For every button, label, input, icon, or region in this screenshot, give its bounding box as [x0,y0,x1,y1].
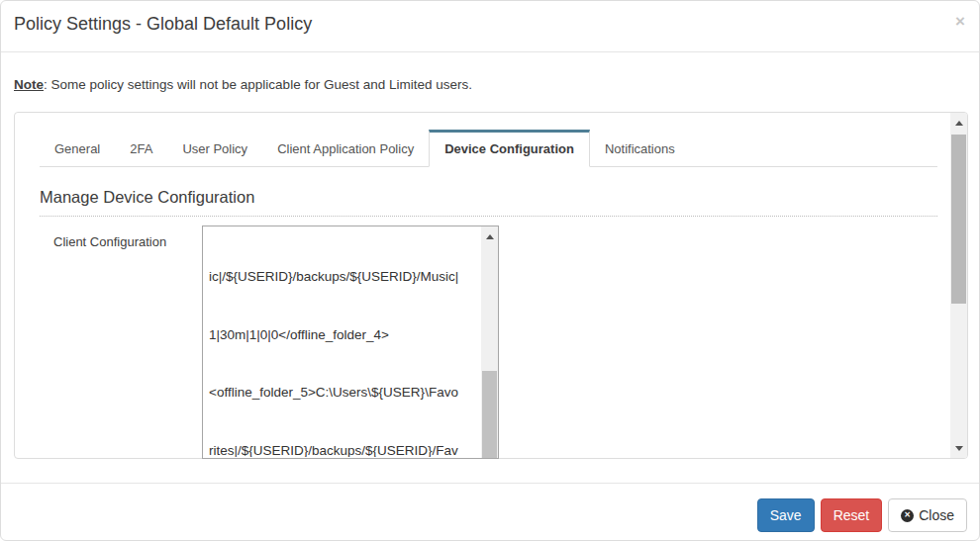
textarea-scrollbar-thumb[interactable] [482,371,497,458]
textarea-scrollbar[interactable] [481,226,498,458]
save-button[interactable]: Save [757,498,815,532]
client-configuration-text: ic|/${USERID}/backups/${USERID}/Music| 1… [209,228,479,457]
panel-scrollbar[interactable] [950,113,967,458]
close-icon[interactable]: × [955,13,965,30]
tab-notifications[interactable]: Notifications [590,132,690,166]
panel-scroll-down-icon[interactable] [950,440,967,456]
close-circle-icon [901,509,914,522]
tab-user-policy[interactable]: User Policy [167,132,262,166]
client-configuration-textarea[interactable]: ic|/${USERID}/backups/${USERID}/Music| 1… [202,225,499,459]
tab-bar: General 2FA User Policy Client Applicati… [40,121,937,167]
tab-general[interactable]: General [40,132,115,166]
panel-scroll-up-icon[interactable] [950,115,967,131]
note-body: : Some policy settings will not be appli… [44,77,472,92]
tab-device-configuration[interactable]: Device Configuration [429,130,590,167]
section-title: Manage Device Configuration [40,188,254,207]
tab-panel: General 2FA User Policy Client Applicati… [14,112,968,459]
textarea-scroll-up-icon[interactable] [481,228,498,244]
tab-client-application-policy[interactable]: Client Application Policy [262,132,429,166]
section-divider [40,216,937,217]
note-label: Note [14,77,44,92]
client-configuration-label: Client Configuration [53,234,166,249]
panel-scrollbar-thumb[interactable] [951,135,966,304]
close-button-label: Close [919,507,954,523]
close-button[interactable]: Close [888,498,967,532]
footer-buttons: Save Reset Close [757,498,967,532]
policy-settings-modal: Policy Settings - Global Default Policy … [0,0,980,541]
tab-2fa[interactable]: 2FA [115,132,167,166]
modal-footer: Save Reset Close [1,484,979,540]
modal-title: Policy Settings - Global Default Policy [14,14,312,35]
note-text: Note: Some policy settings will not be a… [14,77,472,92]
reset-button[interactable]: Reset [821,498,883,532]
modal-header: Policy Settings - Global Default Policy … [1,1,979,52]
